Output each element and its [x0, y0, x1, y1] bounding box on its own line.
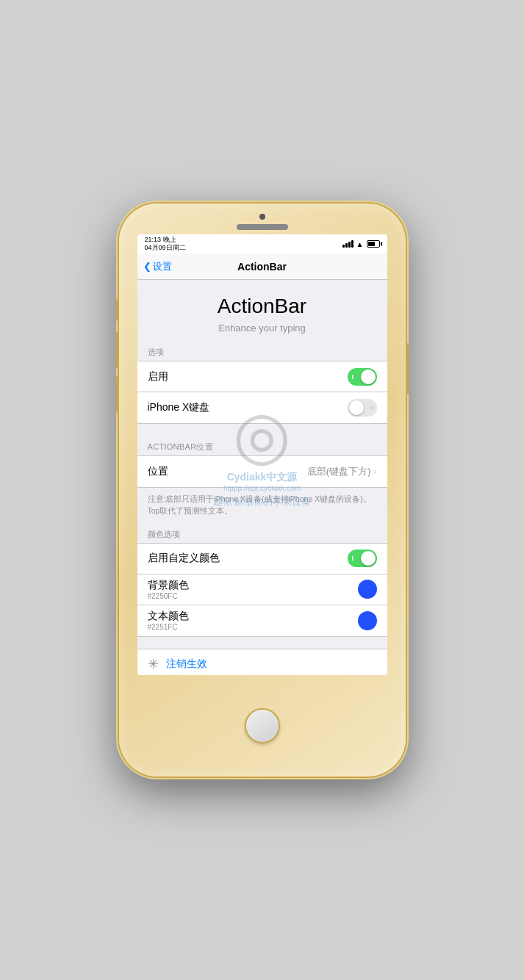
custom-color-label: 启用自定义颜色	[148, 552, 220, 565]
chevron-right-icon: ›	[374, 466, 377, 477]
speaker	[237, 224, 288, 230]
text-color-label: 文本颜色	[148, 610, 189, 623]
text-color-label-container: 文本颜色 #2251FC	[148, 610, 189, 631]
bg-color-swatch[interactable]	[358, 580, 377, 599]
text-color-row[interactable]: 文本颜色 #2251FC	[137, 605, 387, 636]
position-value: 底部(键盘下方) ›	[307, 465, 377, 478]
options-section-label: 选项	[137, 341, 387, 361]
position-section-label: ACTIONBAR位置	[137, 436, 387, 455]
nav-title: ActionBar	[237, 261, 287, 273]
phone-frame: 21:13 晚上 04月09日周二 ▲ ❮ 设置	[119, 203, 406, 777]
enable-row[interactable]: 启用 I	[137, 361, 387, 392]
header-section: ActionBar Enhance your typing	[137, 280, 387, 341]
nav-bar: ❮ 设置 ActionBar	[137, 253, 387, 280]
app-title: ActionBar	[145, 295, 380, 318]
toggle-knob	[361, 370, 376, 384]
respring-row[interactable]: ✳ 注销生效	[137, 649, 387, 676]
battery-icon	[367, 240, 380, 248]
text-color-hex: #2251FC	[148, 623, 189, 631]
toggle-off-label: ○	[370, 404, 373, 411]
enable-toggle[interactable]: I	[348, 368, 377, 386]
chevron-left-icon: ❮	[143, 261, 151, 272]
iphonex-label: iPhone X键盘	[148, 401, 210, 414]
status-icons: ▲	[342, 240, 380, 248]
volume-up-button[interactable]	[116, 332, 119, 369]
position-row[interactable]: 位置 底部(键盘下方) ›	[137, 456, 387, 487]
bg-color-label-container: 背景颜色 #2250FC	[148, 579, 189, 600]
status-time: 21:13 晚上 04月09日周二	[145, 236, 186, 252]
options-group: 启用 I iPhone X键盘 ○	[137, 361, 387, 424]
iphonex-toggle[interactable]: ○	[348, 399, 377, 417]
respring-label: 注销生效	[166, 657, 207, 671]
top-bar	[119, 203, 406, 234]
home-button[interactable]	[245, 708, 280, 743]
wifi-icon: ▲	[356, 240, 364, 248]
color-section-label: 颜色选项	[137, 523, 387, 543]
spacer-2	[137, 637, 387, 649]
text-color-swatch[interactable]	[358, 611, 377, 630]
power-button[interactable]	[406, 343, 409, 394]
spacer-1	[137, 424, 387, 436]
bg-color-label: 背景颜色	[148, 579, 189, 592]
back-button[interactable]: ❮ 设置	[143, 260, 172, 273]
spinner-icon: ✳	[148, 656, 159, 672]
custom-color-row[interactable]: 启用自定义颜色 I	[137, 544, 387, 574]
toggle-knob-2	[349, 400, 364, 415]
toggle-on-label: I	[352, 373, 354, 381]
color-group: 启用自定义颜色 I 背景颜色 #2250FC	[137, 543, 387, 637]
bg-color-row[interactable]: 背景颜色 #2250FC	[137, 574, 387, 605]
position-note: 注意:底部只适用于iPhone X设备(或支持iPhone X键盘的设备)。To…	[137, 488, 387, 523]
position-label: 位置	[148, 465, 168, 478]
toggle-knob-3	[361, 551, 376, 566]
back-label: 设置	[153, 260, 172, 273]
bg-color-hex: #2250FC	[148, 592, 189, 600]
home-button-area	[245, 675, 280, 777]
status-bar: 21:13 晚上 04月09日周二 ▲	[137, 234, 387, 253]
app-subtitle: Enhance your typing	[145, 323, 380, 334]
iphonex-row[interactable]: iPhone X键盘 ○	[137, 392, 387, 423]
position-group: 位置 底部(键盘下方) ›	[137, 455, 387, 488]
front-camera	[259, 214, 265, 220]
toggle-on-label-2: I	[352, 555, 354, 562]
volume-down-button[interactable]	[116, 376, 119, 413]
mute-button[interactable]	[116, 299, 119, 321]
signal-icon	[342, 240, 353, 248]
scroll-content[interactable]: ActionBar Enhance your typing 选项 启用 I iP…	[137, 280, 387, 675]
screen: 21:13 晚上 04月09日周二 ▲ ❮ 设置	[137, 234, 387, 675]
custom-color-toggle[interactable]: I	[348, 550, 377, 567]
enable-label: 启用	[148, 370, 168, 383]
